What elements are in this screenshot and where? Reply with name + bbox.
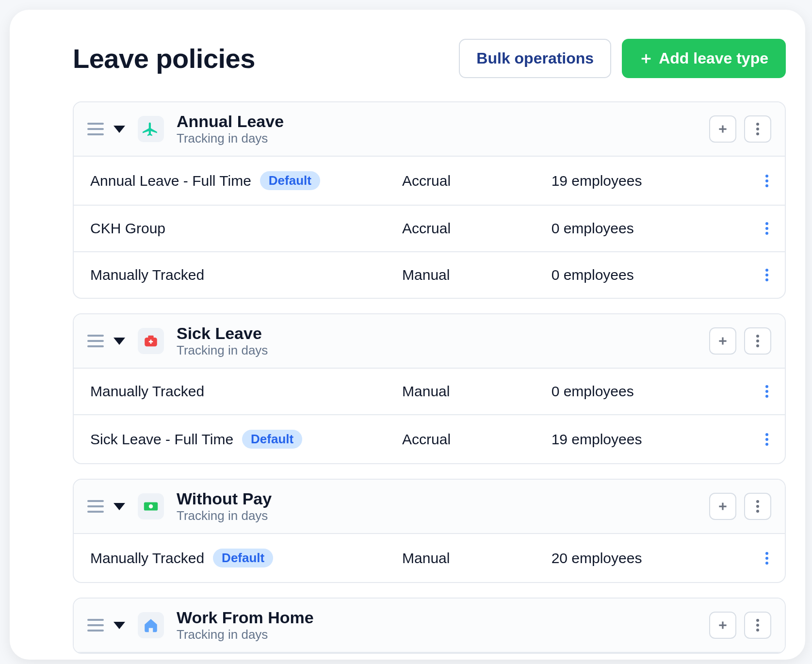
leave-type-header: Work From Home Tracking in days xyxy=(74,599,785,653)
leave-type-title: Without Pay xyxy=(177,489,272,508)
cash-icon xyxy=(138,493,164,519)
add-policy-button[interactable] xyxy=(709,493,736,520)
plus-icon xyxy=(716,123,729,135)
policy-row[interactable]: Manually Tracked Default Manual 20 emplo… xyxy=(74,534,785,582)
bulk-operations-label: Bulk operations xyxy=(476,49,594,67)
more-vertical-icon xyxy=(765,269,768,281)
row-menu-button[interactable] xyxy=(765,175,768,187)
policy-employees: 19 employees xyxy=(552,173,721,189)
svg-rect-1 xyxy=(148,336,153,339)
leave-type-subtitle: Tracking in days xyxy=(177,131,284,146)
more-vertical-icon xyxy=(756,335,759,347)
caret-down-icon[interactable] xyxy=(114,622,125,629)
more-vertical-icon xyxy=(765,433,768,446)
more-vertical-icon xyxy=(756,500,759,513)
caret-down-icon[interactable] xyxy=(114,338,125,345)
policy-method: Accrual xyxy=(402,431,552,448)
policy-row[interactable]: Sick Leave - Full Time Default Accrual 1… xyxy=(74,415,785,463)
policy-name: Annual Leave - Full Time xyxy=(90,173,251,189)
add-policy-button[interactable] xyxy=(709,612,736,639)
policy-name: CKH Group xyxy=(90,220,165,237)
policy-method: Accrual xyxy=(402,173,552,189)
plus-icon xyxy=(716,335,729,347)
more-vertical-icon xyxy=(756,619,759,632)
add-leave-type-label: Add leave type xyxy=(659,49,768,67)
leave-type-header: Annual Leave Tracking in days xyxy=(74,102,785,157)
more-vertical-icon xyxy=(756,123,759,135)
leave-type-subtitle: Tracking in days xyxy=(177,627,314,642)
row-menu-button[interactable] xyxy=(765,385,768,398)
plus-icon xyxy=(639,52,653,65)
add-policy-button[interactable] xyxy=(709,327,736,355)
plus-icon xyxy=(716,619,729,632)
policy-method: Manual xyxy=(402,550,552,567)
policy-row[interactable]: Manually Tracked Manual 0 employees xyxy=(74,252,785,298)
policy-name: Manually Tracked xyxy=(90,383,204,400)
page-title: Leave policies xyxy=(73,43,255,74)
leave-type-card-sick-leave: Sick Leave Tracking in days Manually Tra… xyxy=(73,313,786,464)
add-policy-button[interactable] xyxy=(709,115,736,143)
medkit-icon xyxy=(138,328,164,354)
drag-handle-icon[interactable] xyxy=(87,335,104,347)
policy-employees: 0 employees xyxy=(552,383,721,400)
row-menu-button[interactable] xyxy=(765,269,768,281)
more-vertical-icon xyxy=(765,385,768,398)
row-menu-button[interactable] xyxy=(765,222,768,235)
leave-type-card-without-pay: Without Pay Tracking in days Manually Tr… xyxy=(73,479,786,583)
policy-employees: 0 employees xyxy=(552,267,721,283)
policy-employees: 20 employees xyxy=(552,550,721,567)
more-vertical-icon xyxy=(765,222,768,235)
home-icon xyxy=(138,612,164,638)
policy-employees: 19 employees xyxy=(552,431,721,448)
plane-icon xyxy=(138,116,164,142)
caret-down-icon[interactable] xyxy=(114,503,125,510)
drag-handle-icon[interactable] xyxy=(87,123,104,135)
type-menu-button[interactable] xyxy=(744,612,771,639)
drag-handle-icon[interactable] xyxy=(87,619,104,632)
leave-type-title: Annual Leave xyxy=(177,112,284,131)
more-vertical-icon xyxy=(765,552,768,565)
policy-method: Accrual xyxy=(402,220,552,237)
default-badge: Default xyxy=(260,171,320,190)
default-badge: Default xyxy=(242,430,302,449)
leave-type-subtitle: Tracking in days xyxy=(177,343,268,358)
row-menu-button[interactable] xyxy=(765,552,768,565)
row-menu-button[interactable] xyxy=(765,433,768,446)
policy-name: Sick Leave - Full Time xyxy=(90,431,233,448)
svg-point-3 xyxy=(149,504,153,509)
type-menu-button[interactable] xyxy=(744,115,771,143)
policy-name: Manually Tracked xyxy=(90,267,204,283)
policy-employees: 0 employees xyxy=(552,220,721,237)
caret-down-icon[interactable] xyxy=(114,126,125,133)
policy-row[interactable]: Manually Tracked Manual 0 employees xyxy=(74,369,785,415)
policy-method: Manual xyxy=(402,267,552,283)
policy-name: Manually Tracked xyxy=(90,550,204,567)
add-leave-type-button[interactable]: Add leave type xyxy=(622,39,786,78)
policy-row[interactable]: Annual Leave - Full Time Default Accrual… xyxy=(74,157,785,206)
bulk-operations-button[interactable]: Bulk operations xyxy=(459,39,611,78)
default-badge: Default xyxy=(213,549,273,567)
leave-type-subtitle: Tracking in days xyxy=(177,508,272,523)
leave-type-card-work-from-home: Work From Home Tracking in days xyxy=(73,598,786,654)
leave-type-card-annual-leave: Annual Leave Tracking in days Annual Lea… xyxy=(73,101,786,299)
more-vertical-icon xyxy=(765,175,768,187)
leave-type-header: Without Pay Tracking in days xyxy=(74,480,785,534)
type-menu-button[interactable] xyxy=(744,493,771,520)
leave-type-title: Sick Leave xyxy=(177,324,268,343)
leave-type-header: Sick Leave Tracking in days xyxy=(74,314,785,369)
plus-icon xyxy=(716,500,729,513)
policy-method: Manual xyxy=(402,383,552,400)
drag-handle-icon[interactable] xyxy=(87,500,104,513)
policy-row[interactable]: CKH Group Accrual 0 employees xyxy=(74,206,785,252)
type-menu-button[interactable] xyxy=(744,327,771,355)
leave-type-title: Work From Home xyxy=(177,608,314,627)
